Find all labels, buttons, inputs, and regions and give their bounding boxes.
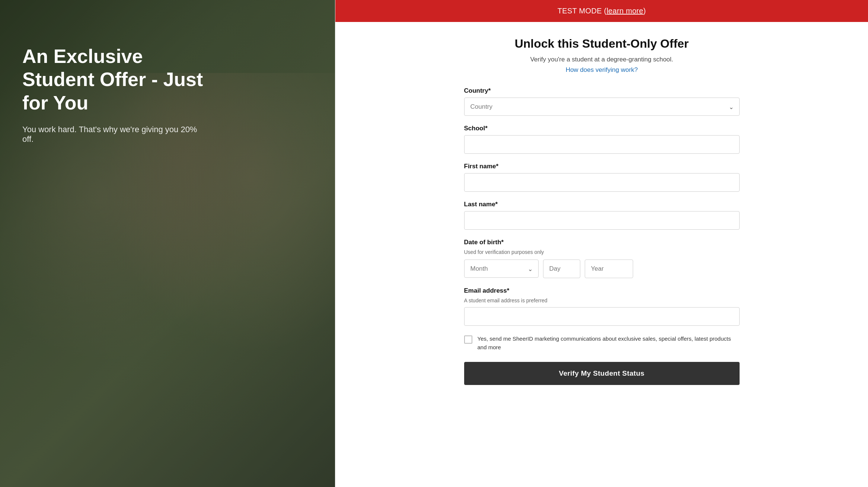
learn-more-link[interactable]: learn more (607, 7, 644, 15)
hero-subtitle: You work hard. That's why we're giving y… (22, 125, 201, 144)
month-select[interactable]: Month January February March April May J… (464, 260, 539, 278)
hero-content: An Exclusive Student Offer - Just for Yo… (0, 0, 335, 166)
form-content: Unlock this Student-Only Offer Verify yo… (434, 22, 769, 407)
how-it-works-container: How does verifying work? (464, 66, 740, 74)
first-name-input[interactable] (464, 173, 740, 192)
test-mode-banner: TEST MODE (learn more) (335, 0, 868, 22)
first-name-group: First name* (464, 163, 740, 192)
year-input[interactable] (585, 260, 633, 278)
email-group: Email address* A student email address i… (464, 287, 740, 326)
last-name-group: Last name* (464, 201, 740, 230)
submit-button[interactable]: Verify My Student Status (464, 362, 740, 385)
last-name-input[interactable] (464, 211, 740, 230)
email-input[interactable] (464, 307, 740, 326)
email-helper-text: A student email address is preferred (464, 297, 740, 303)
marketing-checkbox-row: Yes, send me SheerID marketing communica… (464, 335, 740, 351)
first-name-label: First name* (464, 163, 740, 170)
year-field-wrapper (585, 260, 633, 278)
country-select[interactable]: Country United States United Kingdom Can… (464, 98, 740, 116)
marketing-checkbox[interactable] (464, 335, 472, 344)
country-label: Country* (464, 87, 740, 95)
month-select-wrapper: Month January February March April May J… (464, 260, 539, 278)
form-title: Unlock this Student-Only Offer (464, 37, 740, 51)
form-description: Verify you're a student at a degree-gran… (464, 56, 740, 63)
how-it-works-link[interactable]: How does verifying work? (566, 66, 638, 73)
test-mode-text: TEST MODE (learn more) (558, 7, 646, 15)
day-input[interactable] (543, 260, 580, 278)
school-group: School* (464, 125, 740, 154)
country-group: Country* Country United States United Ki… (464, 87, 740, 116)
marketing-checkbox-label: Yes, send me SheerID marketing communica… (478, 335, 740, 351)
dob-row: Month January February March April May J… (464, 260, 740, 278)
hero-title: An Exclusive Student Offer - Just for Yo… (22, 45, 216, 114)
email-label: Email address* (464, 287, 740, 295)
dob-group: Date of birth* Used for verification pur… (464, 239, 740, 278)
day-field-wrapper (543, 260, 580, 278)
form-panel: TEST MODE (learn more) Unlock this Stude… (335, 0, 868, 487)
dob-helper-text: Used for verification purposes only (464, 249, 740, 255)
last-name-label: Last name* (464, 201, 740, 208)
school-input[interactable] (464, 135, 740, 154)
school-label: School* (464, 125, 740, 132)
country-select-wrapper: Country United States United Kingdom Can… (464, 98, 740, 116)
dob-label: Date of birth* (464, 239, 740, 246)
hero-panel: An Exclusive Student Offer - Just for Yo… (0, 0, 335, 487)
